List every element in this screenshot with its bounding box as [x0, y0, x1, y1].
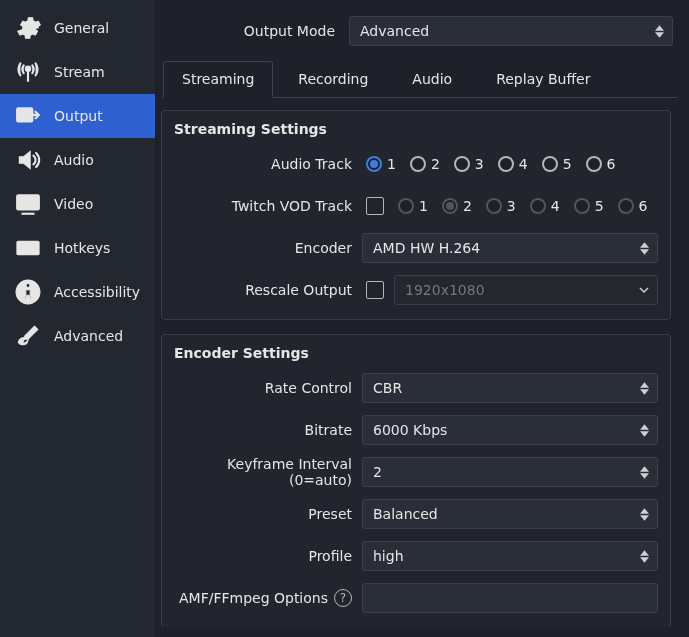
- sidebar-label: General: [54, 20, 109, 36]
- tools-icon: [14, 322, 42, 350]
- audio-track-row: Audio Track 1 2 3 4 5 6: [174, 147, 658, 181]
- updown-icon: [635, 544, 653, 568]
- audio-track-4[interactable]: [498, 156, 514, 172]
- keyframe-value: 2: [373, 464, 382, 480]
- sidebar-item-stream[interactable]: Stream: [0, 50, 155, 94]
- sidebar-label: Audio: [54, 152, 94, 168]
- stepper-icon[interactable]: [635, 418, 653, 442]
- rescale-label: Rescale Output: [174, 282, 354, 298]
- encoder-label: Encoder: [174, 240, 354, 256]
- svg-point-8: [27, 245, 29, 247]
- streaming-settings-title: Streaming Settings: [174, 121, 658, 137]
- output-icon: [14, 102, 42, 130]
- profile-select[interactable]: high: [362, 541, 658, 571]
- monitor-icon: [14, 190, 42, 218]
- sidebar-item-accessibility[interactable]: Accessibility: [0, 270, 155, 314]
- amf-input[interactable]: [362, 583, 658, 613]
- svg-point-7: [24, 245, 26, 247]
- svg-point-0: [26, 67, 30, 71]
- svg-rect-3: [17, 195, 39, 209]
- audio-track-label: Audio Track: [174, 156, 354, 172]
- sidebar-label: Stream: [54, 64, 105, 80]
- gear-icon: [14, 14, 42, 42]
- bitrate-label: Bitrate: [174, 422, 354, 438]
- rate-control-select[interactable]: CBR: [362, 373, 658, 403]
- rate-control-label: Rate Control: [174, 380, 354, 396]
- output-mode-row: Output Mode Advanced: [161, 10, 677, 48]
- rescale-select: 1920x1080: [394, 275, 658, 305]
- broadcast-icon: [14, 58, 42, 86]
- amf-label: AMF/FFmpeg Options: [179, 590, 328, 606]
- keyframe-label: Keyframe Interval (0=auto): [174, 456, 354, 488]
- preset-value: Balanced: [373, 506, 438, 522]
- sidebar-item-hotkeys[interactable]: Hotkeys: [0, 226, 155, 270]
- rescale-row: Rescale Output 1920x1080: [174, 273, 658, 307]
- keyframe-input[interactable]: 2: [362, 457, 658, 487]
- help-icon[interactable]: ?: [334, 589, 352, 607]
- sidebar-item-advanced[interactable]: Advanced: [0, 314, 155, 358]
- audio-track-2[interactable]: [410, 156, 426, 172]
- vod-track-4: [530, 198, 546, 214]
- svg-point-9: [30, 245, 32, 247]
- encoder-settings-panel: Encoder Settings Rate Control CBR Bitrat…: [161, 334, 671, 627]
- accessibility-icon: [14, 278, 42, 306]
- stepper-icon[interactable]: [635, 460, 653, 484]
- svg-point-10: [34, 245, 36, 247]
- audio-track-1[interactable]: [366, 156, 382, 172]
- tab-recording[interactable]: Recording: [279, 61, 387, 98]
- vod-track-row: Twitch VOD Track 1 2 3 4 5 6: [174, 189, 658, 223]
- tab-streaming[interactable]: Streaming: [163, 61, 273, 98]
- updown-icon: [650, 19, 668, 43]
- preset-select[interactable]: Balanced: [362, 499, 658, 529]
- output-mode-value: Advanced: [360, 23, 429, 39]
- updown-icon: [635, 236, 653, 260]
- sidebar-label: Advanced: [54, 328, 123, 344]
- profile-value: high: [373, 548, 404, 564]
- chevron-down-icon: [635, 278, 653, 302]
- vod-track-checkbox[interactable]: [366, 197, 384, 215]
- output-tabs: Streaming Recording Audio Replay Buffer: [161, 60, 677, 98]
- tab-audio[interactable]: Audio: [393, 61, 471, 98]
- sidebar-label: Output: [54, 108, 103, 124]
- output-mode-select[interactable]: Advanced: [349, 16, 673, 46]
- svg-rect-2: [17, 108, 32, 121]
- sidebar-item-video[interactable]: Video: [0, 182, 155, 226]
- speaker-icon: [14, 146, 42, 174]
- sidebar-label: Hotkeys: [54, 240, 110, 256]
- audio-track-radios: 1 2 3 4 5 6: [362, 156, 658, 172]
- sidebar-item-general[interactable]: General: [0, 6, 155, 50]
- vod-track-5: [574, 198, 590, 214]
- sidebar-label: Video: [54, 196, 93, 212]
- vod-track-label: Twitch VOD Track: [174, 198, 354, 214]
- svg-point-12: [34, 249, 36, 251]
- sidebar-item-audio[interactable]: Audio: [0, 138, 155, 182]
- vod-track-3: [486, 198, 502, 214]
- settings-sidebar: General Stream Output Audio Video Hotkey…: [0, 0, 155, 637]
- bitrate-input[interactable]: 6000 Kbps: [362, 415, 658, 445]
- output-mode-label: Output Mode: [165, 23, 341, 39]
- rescale-value: 1920x1080: [405, 282, 485, 298]
- profile-label: Profile: [174, 548, 354, 564]
- audio-track-5[interactable]: [542, 156, 558, 172]
- sidebar-item-output[interactable]: Output: [0, 94, 155, 138]
- preset-label: Preset: [174, 506, 354, 522]
- encoder-settings-title: Encoder Settings: [174, 345, 658, 361]
- streaming-settings-panel: Streaming Settings Audio Track 1 2 3 4 5…: [161, 110, 671, 320]
- svg-rect-5: [17, 242, 39, 255]
- encoder-select[interactable]: AMD HW H.264: [362, 233, 658, 263]
- vod-track-6: [618, 198, 634, 214]
- sidebar-label: Accessibility: [54, 284, 140, 300]
- svg-point-11: [21, 249, 23, 251]
- vod-track-1: [398, 198, 414, 214]
- encoder-row: Encoder AMD HW H.264: [174, 231, 658, 265]
- rate-control-value: CBR: [373, 380, 402, 396]
- output-settings-main: Output Mode Advanced Streaming Recording…: [155, 0, 689, 637]
- encoder-value: AMD HW H.264: [373, 240, 480, 256]
- audio-track-6[interactable]: [586, 156, 602, 172]
- svg-point-6: [21, 245, 23, 247]
- tab-replay-buffer[interactable]: Replay Buffer: [477, 61, 609, 98]
- audio-track-3[interactable]: [454, 156, 470, 172]
- rescale-checkbox[interactable]: [366, 281, 384, 299]
- updown-icon: [635, 376, 653, 400]
- keyboard-icon: [14, 234, 42, 262]
